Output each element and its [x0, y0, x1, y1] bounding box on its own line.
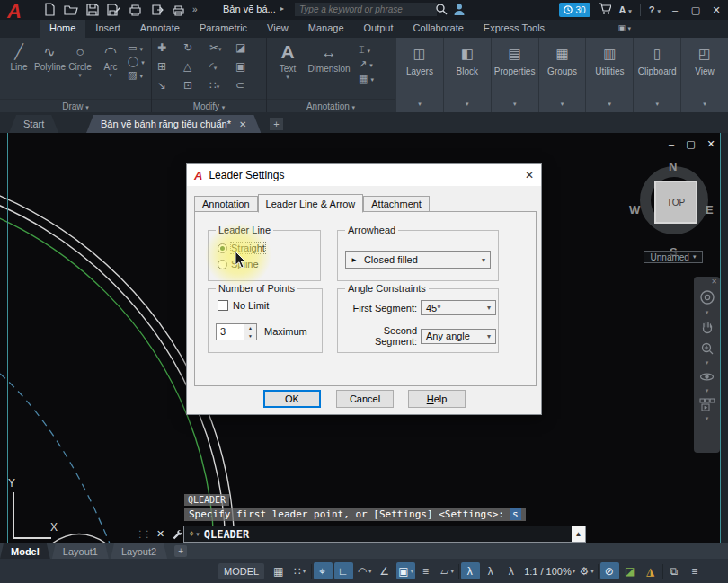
- clean-screen-button[interactable]: ⧉: [665, 562, 684, 579]
- ok-button[interactable]: OK: [263, 390, 321, 408]
- command-recent-caret-icon[interactable]: ▾: [196, 531, 200, 538]
- close-button[interactable]: ✕: [710, 4, 723, 16]
- isolate-objects-button[interactable]: ⊘: [600, 562, 619, 579]
- viewcube-east[interactable]: E: [706, 203, 714, 216]
- dialog-title-bar[interactable]: A Leader Settings ✕: [187, 164, 541, 186]
- pan-hand-icon[interactable]: [700, 320, 715, 334]
- erase-button[interactable]: ◪: [235, 41, 262, 60]
- spline-radio[interactable]: [218, 260, 227, 269]
- tab-annotate[interactable]: Annotate: [130, 20, 190, 38]
- open-button[interactable]: [63, 2, 78, 17]
- no-limit-label[interactable]: No Limit: [233, 300, 269, 311]
- stepper-down-icon[interactable]: ▼: [244, 332, 256, 340]
- layers-panel[interactable]: ◫ Layers ▾: [396, 38, 443, 112]
- ortho-mode-toggle[interactable]: ∟: [334, 562, 353, 579]
- maximum-points-stepper[interactable]: 3 ▲▼: [216, 323, 257, 340]
- annotation-autoscale-toggle[interactable]: λ: [482, 562, 501, 579]
- rotate-button[interactable]: ↻: [183, 41, 209, 60]
- explode-button[interactable]: ▣: [235, 60, 262, 79]
- start-tab[interactable]: Start: [9, 115, 58, 133]
- ribbon-display-toggle-button[interactable]: ▣ ▾: [617, 23, 631, 32]
- dialog-tab-annotation[interactable]: Annotation: [194, 196, 258, 212]
- model-space-button[interactable]: MODEL: [218, 563, 264, 579]
- trim-button[interactable]: ✂▾: [209, 41, 235, 60]
- draw-panel-label[interactable]: Draw ▾: [0, 99, 151, 111]
- maximum-points-value[interactable]: 3: [217, 324, 244, 340]
- viewcube-north[interactable]: N: [669, 160, 677, 173]
- document-title-caret-icon[interactable]: ▸: [280, 4, 284, 13]
- straight-radio[interactable]: [218, 243, 227, 253]
- tab-parametric[interactable]: Parametric: [190, 20, 257, 38]
- autocad-logo-icon[interactable]: A: [7, 0, 22, 23]
- offset-button[interactable]: ⊂: [235, 79, 262, 98]
- view-name-control[interactable]: Unnamed ▾: [644, 251, 703, 263]
- new-layout-button[interactable]: +: [174, 545, 187, 557]
- tab-express-tools[interactable]: Express Tools: [474, 20, 555, 38]
- tab-collaborate[interactable]: Collaborate: [404, 20, 474, 38]
- annotation-scale-value[interactable]: 1:1 / 100%▾: [523, 562, 575, 579]
- print-button[interactable]: [171, 2, 186, 17]
- command-drag-handle-icon[interactable]: ⋮⋮: [136, 529, 150, 539]
- command-input-value[interactable]: QLEADER: [204, 528, 250, 541]
- leader-button[interactable]: ↗▾: [359, 58, 374, 70]
- tab-manage[interactable]: Manage: [298, 20, 354, 38]
- arc-button[interactable]: ◠ Arc ▾: [95, 40, 126, 81]
- tab-view[interactable]: View: [257, 20, 298, 38]
- arrowhead-dropdown[interactable]: ► Closed filled ▾: [345, 251, 491, 269]
- mirror-button[interactable]: △: [183, 60, 209, 79]
- copy-button[interactable]: ⊞: [157, 60, 183, 79]
- array-button[interactable]: ∷▾: [209, 79, 235, 98]
- search-input[interactable]: [295, 3, 437, 16]
- cancel-button[interactable]: Cancel: [336, 390, 394, 408]
- polar-tracking-toggle[interactable]: ◠▾: [355, 562, 374, 579]
- first-segment-dropdown[interactable]: 45° ▾: [421, 300, 496, 315]
- circle-button[interactable]: ○ Circle ▾: [65, 40, 95, 81]
- text-button[interactable]: A Text ▾: [272, 40, 303, 84]
- dialog-tab-leader-line-arrow[interactable]: Leader Line & Arrow: [258, 194, 364, 213]
- new-drawing-button[interactable]: [41, 2, 57, 17]
- drawing-restore-icon[interactable]: ▢: [686, 138, 695, 150]
- viewcube-top-face[interactable]: TOP: [654, 181, 697, 224]
- annotation-visibility-toggle[interactable]: λ: [461, 562, 480, 579]
- dimension-style-button[interactable]: ⌶▾: [359, 44, 374, 56]
- scale-button[interactable]: ⊡: [183, 79, 209, 98]
- object-snap-toggle[interactable]: ▣▾: [396, 562, 415, 579]
- maximize-button[interactable]: ▢: [689, 4, 702, 16]
- dynamic-input-toggle[interactable]: ⌖: [314, 562, 333, 579]
- sign-in-user-icon[interactable]: [453, 3, 466, 20]
- minimize-button[interactable]: –: [669, 4, 681, 15]
- showmotion-icon[interactable]: [699, 398, 715, 411]
- no-limit-checkbox[interactable]: [218, 300, 228, 311]
- utilities-panel[interactable]: ▥ Utilities ▾: [586, 38, 633, 112]
- search-icon[interactable]: [435, 3, 448, 20]
- snap-mode-toggle[interactable]: ∷▾: [290, 562, 309, 579]
- save-as-button[interactable]: [106, 2, 121, 17]
- command-input-bar[interactable]: ⌖ ▾ QLEADER ▲: [183, 526, 586, 543]
- qat-more-icon[interactable]: »: [192, 4, 198, 14]
- clipboard-panel[interactable]: ▯ Clipboard ▾: [634, 38, 680, 112]
- modify-panel-label[interactable]: Modify ▾: [152, 99, 266, 111]
- workspace-switching-button[interactable]: ⚙▾: [577, 562, 596, 579]
- rectangle-button[interactable]: ▭▾: [128, 42, 145, 54]
- model-tab[interactable]: Model: [0, 543, 50, 559]
- help-button[interactable]: Help: [408, 390, 466, 408]
- properties-panel[interactable]: ▤ Properties ▾: [492, 38, 538, 112]
- annotation-scale-button[interactable]: λ: [502, 562, 521, 579]
- dialog-tab-attachment[interactable]: Attachment: [363, 196, 430, 212]
- drawing-tab[interactable]: Bản vẽ bánh răng tiêu chuẩn* ✕: [86, 115, 261, 133]
- grid-display-toggle[interactable]: ▦: [270, 562, 289, 579]
- save-button[interactable]: [84, 2, 100, 17]
- groups-panel[interactable]: ▦ Groups ▾: [539, 38, 586, 112]
- lineweight-toggle[interactable]: ≡: [417, 562, 436, 579]
- new-drawing-tab-button[interactable]: +: [270, 118, 283, 130]
- polyline-button[interactable]: ∿ Polyline: [34, 40, 65, 81]
- drawing-tab-close-icon[interactable]: ✕: [239, 119, 246, 129]
- tab-insert[interactable]: Insert: [85, 20, 130, 38]
- layout1-tab[interactable]: Layout1: [52, 543, 109, 559]
- stretch-button[interactable]: ↘: [157, 79, 183, 98]
- command-history-expand-button[interactable]: ▲: [572, 526, 585, 542]
- table-button[interactable]: ▦▾: [359, 73, 374, 84]
- line-button[interactable]: ╱ Line: [4, 40, 34, 81]
- navigation-wheel-icon[interactable]: [699, 289, 715, 305]
- layout2-tab[interactable]: Layout2: [111, 543, 167, 559]
